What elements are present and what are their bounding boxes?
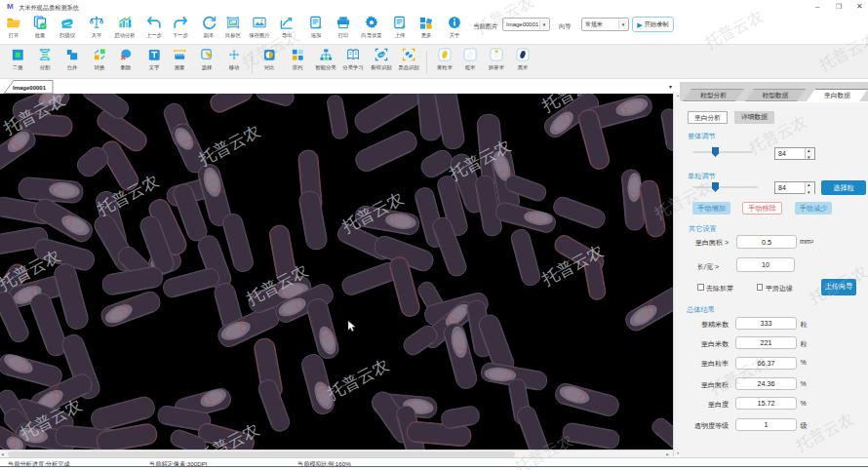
svg-text:托普云农: 托普云农: [195, 122, 263, 170]
svg-text:Image00001: Image00001: [13, 85, 47, 91]
